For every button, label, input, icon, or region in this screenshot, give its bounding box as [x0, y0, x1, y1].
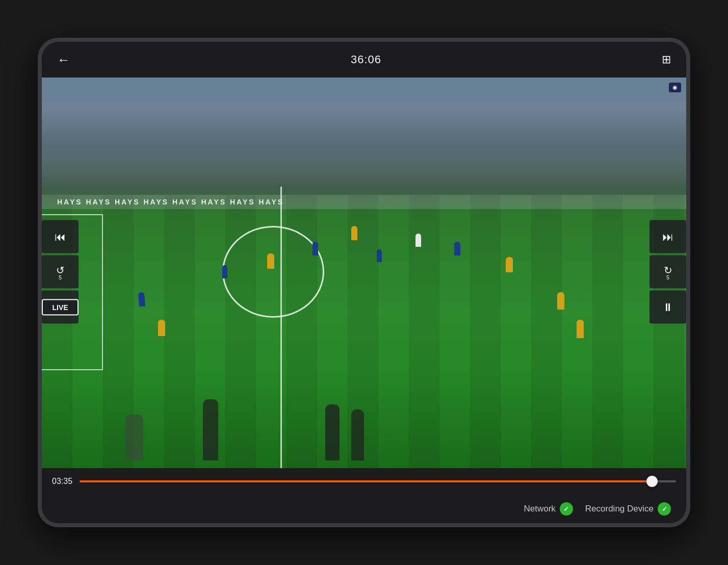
- player: [454, 242, 460, 255]
- shadow-figure: [351, 409, 364, 460]
- pause-button[interactable]: ⏸: [649, 291, 686, 324]
- right-controls: ⏭ ↻5 ⏸: [649, 220, 686, 326]
- skip-to-start-button[interactable]: ⏮: [42, 220, 79, 253]
- player: [577, 320, 584, 338]
- hays-text: HAYS HAYS HAYS HAYS HAYS HAYS HAYS HAYS: [42, 198, 299, 206]
- skip-to-end-button[interactable]: ⏭: [649, 220, 686, 253]
- status-bar: Network ✓ Recording Device ✓: [42, 495, 686, 523]
- back-button[interactable]: ←: [57, 52, 70, 68]
- video-player: HAYS HAYS HAYS HAYS HAYS HAYS HAYS HAYS …: [42, 78, 686, 468]
- live-badge[interactable]: LIVE: [42, 291, 79, 324]
- tablet-frame: ← 36:06 ⊞ HAYS HAYS HAYS HAYS HAYS HAYS …: [38, 38, 690, 527]
- player: [415, 234, 421, 247]
- time-display: 36:06: [351, 53, 381, 66]
- left-controls: ⏮ ↺5 LIVE: [42, 220, 79, 326]
- recording-device-label: Recording Device: [585, 504, 654, 514]
- recording-device-status: Recording Device ✓: [585, 502, 671, 516]
- network-check-icon: ✓: [560, 502, 573, 516]
- rewind-5-button[interactable]: ↺5: [42, 255, 79, 289]
- top-bar: ← 36:06 ⊞: [42, 42, 686, 78]
- player: [267, 253, 274, 269]
- progress-track[interactable]: [80, 480, 676, 482]
- network-label: Network: [524, 504, 555, 514]
- stadium-stands: [42, 78, 686, 214]
- watermark: ◉: [669, 83, 681, 92]
- shadow-figure: [203, 399, 218, 460]
- layout-toggle-icon[interactable]: ⊞: [662, 53, 671, 66]
- elapsed-time: 03:35: [52, 477, 73, 486]
- player: [222, 265, 227, 278]
- network-status: Network ✓: [524, 502, 573, 516]
- player: [351, 226, 357, 240]
- player: [377, 249, 382, 262]
- progress-thumb[interactable]: [646, 476, 658, 487]
- player: [138, 292, 145, 307]
- player: [506, 257, 513, 272]
- advertising-banner: HAYS HAYS HAYS HAYS HAYS HAYS HAYS HAYS: [42, 195, 686, 209]
- player: [557, 292, 564, 310]
- recording-check-icon: ✓: [658, 502, 671, 516]
- shadow-figure: [125, 415, 143, 460]
- progress-fill: [80, 480, 652, 482]
- player: [158, 320, 165, 336]
- progress-bar-area: 03:35: [42, 468, 686, 495]
- shadow-figure: [325, 404, 340, 460]
- player: [313, 242, 318, 255]
- forward-5-button[interactable]: ↻5: [649, 255, 686, 289]
- center-line: [280, 187, 282, 468]
- center-circle: [222, 226, 324, 318]
